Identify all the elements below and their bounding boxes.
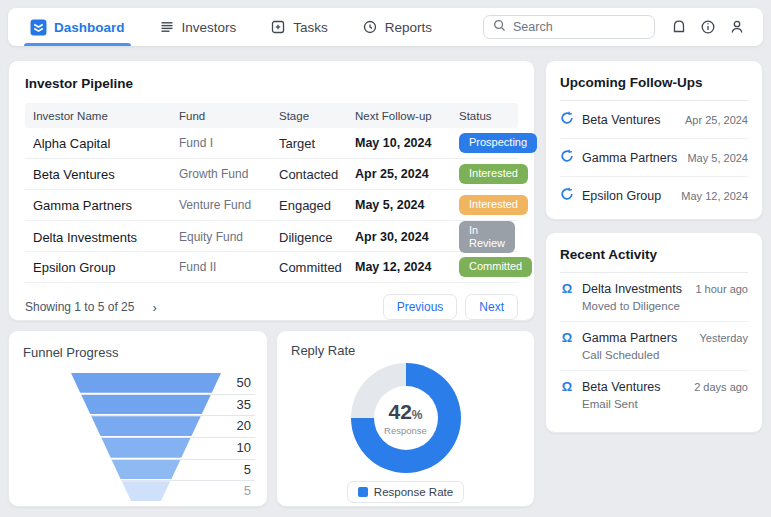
active-tab-underline <box>24 43 131 46</box>
stage: Target <box>279 136 355 151</box>
legend: Response Rate <box>347 481 464 503</box>
activity-name: Beta Ventures <box>582 380 661 394</box>
stage: Contacted <box>279 167 355 182</box>
fund: Fund I <box>179 136 279 150</box>
activity-detail: Email Sent <box>582 398 748 410</box>
status-badge: Interested <box>459 195 528 214</box>
followup-name: Gamma Partners <box>582 151 677 165</box>
funnel-segment <box>71 460 221 480</box>
activity-name: Gamma Partners <box>582 331 677 345</box>
col-fund: Fund <box>179 110 279 122</box>
pipeline-footer: Showing 1 to 5 of 25 › Previous Next <box>25 294 518 320</box>
refresh-icon <box>560 111 574 129</box>
header-icons <box>671 8 745 46</box>
funnel-value-label: 10 <box>237 439 251 457</box>
col-investor-name: Investor Name <box>33 110 179 122</box>
followup-name: Beta Ventures <box>582 113 661 127</box>
tab-dashboard-label: Dashboard <box>54 20 125 35</box>
tab-dashboard[interactable]: Dashboard <box>26 8 129 46</box>
col-stage: Stage <box>279 110 355 122</box>
reply-rate-title: Reply Rate <box>291 343 520 358</box>
table-row[interactable]: Delta Investments Equity Fund Diligence … <box>25 221 518 252</box>
tasks-icon <box>270 19 286 35</box>
status-badge: Committed <box>459 257 532 276</box>
status-badge: Prospecting <box>459 133 537 152</box>
showing-text: Showing 1 to 5 of 25 <box>25 300 134 314</box>
next-follow-up: May 5, 2024 <box>355 198 459 212</box>
col-status: Status <box>459 110 510 122</box>
followup-date: Apr 25, 2024 <box>685 114 748 126</box>
donut-center: 42% Response <box>351 363 461 473</box>
dashboard-icon <box>30 19 47 36</box>
funnel-value-label: 5 <box>244 461 251 479</box>
activity-time: 1 hour ago <box>695 283 748 295</box>
funnel-segment <box>71 438 221 458</box>
tab-reports-label: Reports <box>385 20 432 35</box>
activity-icon: Ω <box>560 330 574 345</box>
tab-investors[interactable]: Investors <box>155 8 241 46</box>
table-row[interactable]: Beta Ventures Growth Fund Contacted Apr … <box>25 159 518 190</box>
funnel-value-label: 20 <box>237 417 251 435</box>
upcoming-followups-card: Upcoming Follow-Ups Beta Ventures Apr 25… <box>545 60 763 220</box>
refresh-icon <box>560 187 574 205</box>
fund: Fund II <box>179 260 279 274</box>
reports-icon <box>362 19 378 35</box>
expand-chevron-icon[interactable]: › <box>152 300 156 315</box>
funnel-progress-card: Funnel Progress 5035201055 <box>8 330 268 507</box>
search-placeholder: Search <box>513 20 553 34</box>
list-item[interactable]: Epsilon Group May 12, 2024 <box>560 177 748 215</box>
stage: Engaged <box>279 198 355 213</box>
previous-button[interactable]: Previous <box>383 294 458 320</box>
funnel-segment <box>71 481 221 501</box>
pipeline-title: Investor Pipeline <box>25 76 518 91</box>
list-item[interactable]: Gamma Partners May 5, 2024 <box>560 139 748 177</box>
activity-icon: Ω <box>560 379 574 394</box>
refresh-icon <box>560 149 574 167</box>
followups-title: Upcoming Follow-Ups <box>560 75 748 90</box>
next-button[interactable]: Next <box>465 294 518 320</box>
funnel-value-label: 50 <box>237 374 251 392</box>
investor-name: Beta Ventures <box>33 167 179 182</box>
list-item[interactable]: Ω Delta Investments 1 hour ago Moved to … <box>560 273 748 322</box>
stage: Diligence <box>279 230 355 245</box>
funnel-chart: 5035201055 <box>23 373 253 501</box>
table-row[interactable]: Alpha Capital Fund I Target May 10, 2024… <box>25 128 518 159</box>
bell-icon[interactable] <box>671 19 687 35</box>
table-row[interactable]: Gamma Partners Venture Fund Engaged May … <box>25 190 518 221</box>
activity-title: Recent Activity <box>560 247 748 262</box>
fund: Growth Fund <box>179 167 279 181</box>
investor-name: Gamma Partners <box>33 198 179 213</box>
search-icon <box>493 19 506 35</box>
status-badge: In Review <box>459 221 515 253</box>
search-input[interactable]: Search <box>483 15 655 39</box>
tab-tasks[interactable]: Tasks <box>266 8 332 46</box>
next-follow-up: Apr 30, 2024 <box>355 230 459 244</box>
list-item[interactable]: Ω Beta Ventures 2 days ago Email Sent <box>560 371 748 419</box>
user-icon[interactable] <box>729 19 745 35</box>
status-badge: Interested <box>459 164 528 183</box>
donut-unit: % <box>412 408 423 422</box>
list-item[interactable]: Beta Ventures Apr 25, 2024 <box>560 101 748 139</box>
stage: Committed <box>279 260 355 275</box>
next-follow-up: Apr 25, 2024 <box>355 167 459 181</box>
funnel-value-label: 35 <box>237 396 251 414</box>
activity-time: 2 days ago <box>694 381 748 393</box>
fund: Equity Fund <box>179 230 279 244</box>
activity-detail: Moved to Diligence <box>582 300 748 312</box>
top-nav: Dashboard Investors Tasks Reports Search <box>8 8 763 46</box>
fund: Venture Fund <box>179 198 279 212</box>
table-row[interactable]: Epsilon Group Fund II Committed May 12, … <box>25 252 518 283</box>
legend-swatch <box>358 487 368 497</box>
investor-name: Delta Investments <box>33 230 179 245</box>
info-icon[interactable] <box>700 19 716 35</box>
investor-name: Alpha Capital <box>33 136 179 151</box>
legend-label: Response Rate <box>374 486 453 498</box>
investor-name: Epsilon Group <box>33 260 179 275</box>
pipeline-table-header: Investor Name Fund Stage Next Follow-up … <box>25 103 518 128</box>
followup-name: Epsilon Group <box>582 189 661 203</box>
tab-reports[interactable]: Reports <box>358 8 436 46</box>
donut-chart: 42% Response <box>351 363 461 473</box>
list-item[interactable]: Ω Gamma Partners Yesterday Call Schedule… <box>560 322 748 371</box>
tab-investors-label: Investors <box>182 20 237 35</box>
reply-rate-card: Reply Rate 42% Response Response Rate <box>276 330 535 507</box>
